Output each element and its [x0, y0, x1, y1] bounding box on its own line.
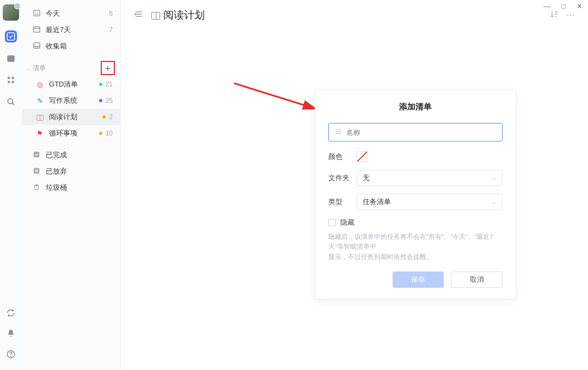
svg-rect-13: [34, 151, 40, 157]
hide-label: 隐藏: [340, 218, 354, 227]
sidebar-item-label: 已完成: [46, 150, 67, 160]
window-controls: — □ ✕: [543, 2, 583, 10]
color-dot: [99, 132, 102, 135]
list-name-input[interactable]: [346, 124, 497, 141]
svg-point-3: [12, 77, 15, 79]
rail-search-icon[interactable]: [5, 96, 17, 108]
svg-rect-1: [7, 55, 15, 62]
avatar[interactable]: [3, 4, 19, 21]
check-square-icon: [32, 151, 41, 160]
sidebar-section-label: 清单: [33, 64, 46, 73]
sidebar-item-label: GTD清单: [49, 79, 78, 89]
page-header: 阅读计划 ⋯: [121, 0, 588, 30]
svg-text:12: 12: [35, 11, 39, 15]
target-icon: ◎: [35, 81, 45, 89]
sidebar-item-completed[interactable]: 已完成: [22, 147, 120, 163]
sidebar-item-abandoned[interactable]: 已放弃: [22, 163, 120, 180]
sidebar-item-label: 收集箱: [46, 41, 67, 51]
svg-rect-0: [7, 33, 15, 40]
chevron-down-icon: ⌄: [492, 175, 497, 182]
trash-icon: [32, 183, 41, 193]
cancel-button[interactable]: 取消: [451, 272, 503, 288]
sidebar-item-label: 写作系统: [49, 96, 77, 106]
book-icon: [151, 10, 160, 20]
type-label: 类型: [328, 197, 357, 207]
book-icon: [35, 113, 45, 121]
sidebar-section-lists[interactable]: ⌄ 清单 ＋: [22, 60, 120, 76]
rail-help-icon[interactable]: [5, 348, 17, 360]
window-max-button[interactable]: □: [561, 2, 566, 10]
sidebar-list-gtd[interactable]: ◎ GTD清单 21: [22, 76, 120, 92]
main-area: — □ ✕ 阅读计划 ⋯ 添加清单: [121, 0, 588, 370]
hide-checkbox[interactable]: [328, 219, 336, 226]
sidebar-item-count: 10: [106, 130, 113, 137]
color-swatch-none[interactable]: [357, 151, 367, 162]
toggle-sidebar-icon[interactable]: [134, 10, 144, 20]
svg-point-2: [8, 77, 10, 79]
more-icon[interactable]: ⋯: [566, 10, 575, 21]
sidebar-item-count: 21: [106, 81, 113, 88]
sidebar-item-label: 垃圾桶: [46, 183, 67, 193]
hide-checkbox-row[interactable]: 隐藏: [328, 218, 503, 227]
page-title: 阅读计划: [163, 8, 205, 22]
sidebar-list-writing[interactable]: ✎ 写作系统 25: [22, 92, 120, 109]
svg-point-4: [8, 81, 10, 84]
sidebar-item-count: 7: [109, 26, 113, 34]
chevron-down-icon: ⌄: [26, 65, 30, 71]
calendar-day-icon: 12: [32, 9, 41, 18]
sidebar-item-label: 阅读计划: [49, 112, 77, 122]
icon-rail: [0, 0, 22, 370]
window-close-button[interactable]: ✕: [577, 2, 583, 10]
flag-icon: ⚑: [35, 130, 45, 138]
sort-icon[interactable]: [550, 10, 559, 21]
sidebar-list-recurring[interactable]: ⚑ 循环事项 10: [22, 125, 120, 141]
folder-label: 文件夹: [328, 173, 357, 183]
sidebar-list-reading[interactable]: 阅读计划 2: [22, 109, 120, 125]
sidebar-item-count: 6: [109, 10, 113, 17]
sidebar-item-label: 循环事项: [49, 128, 77, 138]
annotation-arrow: [231, 79, 324, 117]
folder-select-value: 无: [363, 173, 370, 183]
svg-point-5: [12, 81, 15, 84]
svg-point-6: [8, 98, 13, 103]
sidebar: 12 今天 6 最近7天 7 收集箱 ⌄ 清单 ＋ ◎ GTD清单: [22, 0, 121, 370]
sidebar-item-label: 最近7天: [46, 25, 71, 35]
menu-icon: [334, 127, 342, 137]
rail-grid-icon[interactable]: [5, 74, 17, 86]
pencil-icon: ✎: [35, 97, 45, 105]
sidebar-item-inbox[interactable]: 收集箱: [22, 38, 120, 54]
save-button[interactable]: 保存: [393, 272, 444, 288]
color-label: 颜色: [328, 152, 357, 162]
folder-select[interactable]: 无 ⌄: [357, 170, 503, 186]
add-list-dialog: 添加清单 颜色 文件夹 无 ⌄ 类型: [315, 89, 516, 299]
rail-bell-icon[interactable]: [5, 328, 17, 340]
svg-rect-11: [33, 27, 39, 32]
sidebar-item-today[interactable]: 12 今天 6: [22, 5, 120, 22]
calendar-week-icon: [32, 25, 41, 35]
sidebar-item-count: 2: [109, 113, 113, 121]
type-select-value: 任务清单: [363, 197, 391, 207]
window-min-button[interactable]: —: [543, 2, 550, 10]
color-dot: [99, 83, 102, 86]
chevron-down-icon: ⌄: [492, 199, 497, 206]
sidebar-item-next7[interactable]: 最近7天 7: [22, 22, 120, 38]
color-dot: [99, 99, 102, 102]
list-name-field-wrap[interactable]: [328, 123, 503, 141]
dialog-title: 添加清单: [328, 102, 503, 112]
svg-rect-12: [33, 43, 39, 48]
add-list-button[interactable]: ＋: [101, 61, 115, 75]
type-select[interactable]: 任务清单 ⌄: [357, 194, 503, 210]
rail-sync-icon[interactable]: [5, 307, 17, 319]
color-dot: [102, 115, 106, 119]
x-square-icon: [32, 167, 41, 176]
sidebar-item-trash[interactable]: 垃圾桶: [22, 180, 120, 196]
svg-point-8: [10, 356, 11, 356]
sidebar-item-label: 已放弃: [46, 166, 67, 176]
hide-hint: 隐藏后，该清单中的任务将不会在"所有"、"今天"、"最近7天"等智能清单中 显示…: [328, 232, 503, 262]
sidebar-item-label: 今天: [46, 9, 60, 18]
rail-calendar-icon[interactable]: [5, 52, 17, 64]
rail-check-icon[interactable]: [5, 30, 17, 42]
sidebar-item-count: 25: [106, 97, 113, 104]
inbox-icon: [32, 41, 41, 51]
